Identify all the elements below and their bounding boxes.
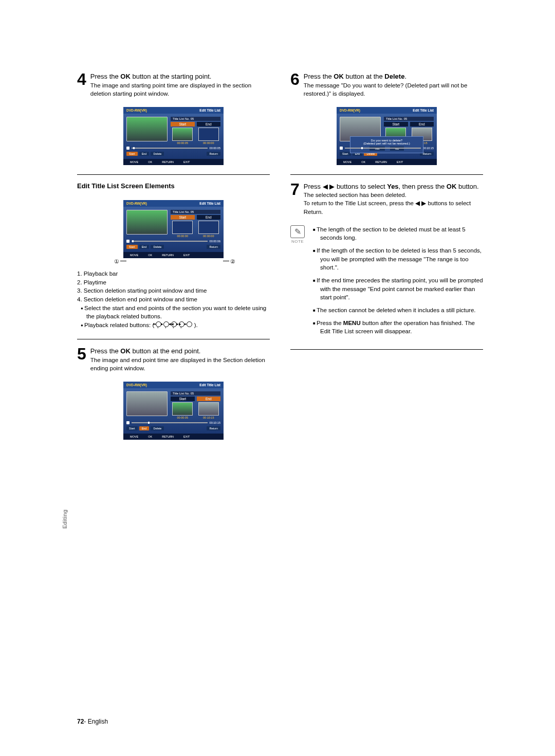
side-tab: Editing <box>62 510 68 529</box>
elements-heading: Edit Title List Screen Elements <box>77 182 270 190</box>
playback-icons-inline: ⏮, ▶, ◀◀, ▶▶, ⏭ <box>156 321 192 330</box>
left-right-arrows-icon: ◀ ▶ <box>323 183 335 190</box>
disc-label: DVD-RW(VR) <box>126 109 147 112</box>
step-5: 5 Press the OK button at the end point. … <box>77 347 270 372</box>
end-thumb <box>198 128 219 141</box>
divider <box>77 174 270 175</box>
osd-footer: MOVEOKRETURNEXIT <box>123 159 224 165</box>
callout-2: ② <box>230 258 235 265</box>
preview-thumb <box>126 117 168 141</box>
elements-diagram: ③ ④ DVD-RW(VR)Edit Title List Title List… <box>112 200 235 258</box>
callout-1: ① <box>114 258 119 265</box>
start-thumb <box>172 128 193 141</box>
note-block: ✎ NOTE The length of the section to be d… <box>290 225 483 340</box>
ff-icon: ⏭ <box>187 321 192 327</box>
osd-screenshot-6: DVD-RW(VR)Edit Title List Title List No.… <box>337 107 437 165</box>
title-no: Title List No. 05 <box>171 117 220 121</box>
osd-screenshot-4: DVD-RW(VR) Edit Title List Title List No… <box>123 107 224 165</box>
page-footer: 72- English <box>77 718 108 725</box>
confirm-dialog: Do you want to delete? (Deleted part wil… <box>350 136 423 153</box>
step-7: 7 Press ◀ ▶ buttons to select Yes, then … <box>290 182 483 216</box>
osd-title: Edit Title List <box>199 109 220 112</box>
osd-screenshot-5: DVD-RW(VR)Edit Title List Title List No.… <box>123 382 224 440</box>
note-icon: ✎ NOTE <box>290 225 305 340</box>
step-4: 4 Press the OK button at the starting po… <box>77 72 270 98</box>
left-right-arrows-icon: ◀ ▶ <box>415 200 426 206</box>
osd-end-btn: End <box>139 152 150 156</box>
elements-list: 1. Playback bar 2. Playtime 3. Section d… <box>77 269 270 330</box>
page-content: 4 Press the OK button at the starting po… <box>0 0 555 465</box>
step-number: 4 <box>77 72 86 87</box>
step-text: Press the OK button at the starting poin… <box>90 72 270 81</box>
osd-start-btn: Start <box>126 152 138 156</box>
left-column: 4 Press the OK button at the starting po… <box>77 72 270 445</box>
osd-return-btn: Return <box>207 152 220 156</box>
right-column: 6 Press the OK button at the Delete. The… <box>290 72 483 445</box>
osd-delete-btn: Delete <box>151 152 164 156</box>
step-subtext: The image and starting point time are di… <box>90 81 270 98</box>
page-number: 72 <box>77 718 84 725</box>
step-6: 6 Press the OK button at the Delete. The… <box>290 72 483 98</box>
page-lang: English <box>88 718 108 725</box>
playback-bar: 00:00:05 <box>126 147 220 150</box>
